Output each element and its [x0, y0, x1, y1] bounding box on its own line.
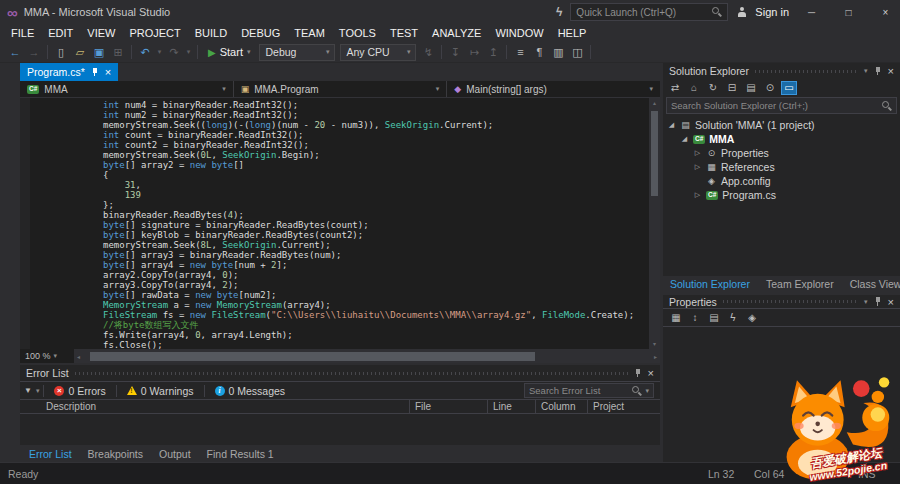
close-button[interactable]: × — [871, 0, 900, 24]
code-line[interactable]: { — [38, 170, 646, 180]
forward-icon[interactable]: → — [25, 46, 43, 58]
tab-breakpoints[interactable]: Breakpoints — [81, 448, 150, 460]
close-icon[interactable]: × — [648, 367, 654, 379]
menu-edit[interactable]: EDIT — [41, 27, 80, 39]
code-line[interactable]: byte[] rawData = new byte[num2]; — [38, 290, 646, 300]
scrollbar-thumb[interactable] — [90, 352, 535, 361]
properties-page-icon[interactable]: ▤ — [707, 312, 721, 323]
error-list-search-input[interactable]: Search Error List ▾ — [524, 383, 654, 398]
pin-icon[interactable] — [634, 369, 642, 378]
tab-program-cs[interactable]: Program.cs* × — [20, 63, 118, 81]
step-into-icon[interactable]: ↧ — [446, 46, 464, 59]
code-line[interactable]: byte[] signature = binaryReader.ReadByte… — [38, 220, 646, 230]
step-out-icon[interactable]: ↥ — [484, 46, 502, 59]
undo-icon[interactable]: ↶ — [136, 46, 154, 59]
menu-file[interactable]: FILE — [4, 27, 41, 39]
code-line[interactable]: byte[] array3 = binaryReader.ReadBytes(n… — [38, 250, 646, 260]
tab-error-list[interactable]: Error List — [22, 448, 79, 460]
bookmark-icon[interactable]: ▥ — [549, 46, 567, 59]
chevron-down-icon[interactable]: ▾ — [864, 298, 868, 306]
code-line[interactable]: int num2 = binaryReader.ReadInt32(); — [38, 110, 646, 120]
close-icon[interactable]: × — [888, 65, 894, 77]
code-line[interactable]: int num4 = binaryReader.ReadInt32(); — [38, 100, 646, 110]
expander-icon[interactable]: ◢ — [667, 121, 676, 129]
vertical-scrollbar[interactable]: ▴ ▾ — [649, 98, 660, 349]
tree-item-references[interactable]: ▷▦References — [663, 160, 900, 174]
step-over-icon[interactable]: ↦ — [465, 46, 483, 59]
column-header-column[interactable]: Column — [536, 400, 588, 413]
tab-solution-explorer[interactable]: Solution Explorer — [663, 278, 757, 290]
code-line[interactable]: array3.CopyTo(array4, 2); — [38, 280, 646, 290]
alphabetical-icon[interactable]: ↕ — [688, 312, 702, 323]
code-line[interactable]: memoryStream.Seek(8L, SeekOrigin.Current… — [38, 240, 646, 250]
solution-configurations-combo[interactable]: Debug▾ — [259, 44, 335, 61]
code-line[interactable]: 31, — [38, 180, 646, 190]
code-line[interactable]: byte[] array2 = new byte[] — [38, 160, 646, 170]
pin-icon[interactable] — [874, 67, 882, 76]
column-header-project[interactable]: Project — [588, 400, 660, 413]
code-line[interactable]: array2.CopyTo(array4, 0); — [38, 270, 646, 280]
tree-item-mma[interactable]: ◢C#MMA — [663, 132, 900, 146]
code-line[interactable]: }; — [38, 200, 646, 210]
scrollbar-thumb[interactable] — [651, 111, 658, 196]
refresh-icon[interactable]: ↻ — [705, 81, 721, 95]
find-in-files-icon[interactable]: ≡ — [511, 46, 529, 58]
errors-filter-button[interactable]: × 0 Errors — [48, 382, 111, 399]
scroll-right-icon[interactable]: ▸ — [654, 349, 657, 363]
breadcrumb-type[interactable]: ▣ MMA.Program ▾ — [234, 81, 448, 97]
menu-tools[interactable]: TOOLS — [332, 27, 383, 39]
breadcrumb-project[interactable]: C# MMA ▾ — [20, 81, 234, 97]
column-header-file[interactable]: File — [410, 400, 488, 413]
code-line[interactable]: 139 — [38, 190, 646, 200]
close-icon[interactable]: × — [888, 296, 894, 308]
save-all-icon[interactable]: ⊞ — [109, 46, 127, 59]
tab-close-icon[interactable]: × — [105, 66, 111, 78]
properties-grid[interactable] — [663, 327, 900, 462]
code-line[interactable]: //将byte数组写入文件 — [38, 320, 646, 330]
navigate-backward-icon[interactable]: ◫ — [568, 46, 586, 59]
code-line[interactable]: byte[] keyBlob = binaryReader.ReadBytes(… — [38, 230, 646, 240]
messages-filter-button[interactable]: i 0 Messages — [209, 382, 292, 399]
tree-item-properties[interactable]: ▷⊙Properties — [663, 146, 900, 160]
tree-item-solution-mma-1-project[interactable]: ◢▤Solution 'MMA' (1 project) — [663, 118, 900, 132]
sync-with-active-document-icon[interactable]: ⇄ — [667, 81, 683, 95]
code-line[interactable]: memoryStream.Seek(0L, SeekOrigin.Begin); — [38, 150, 646, 160]
breadcrumb-member[interactable]: ◆ Main(string[] args) ▾ — [447, 81, 660, 97]
categorized-icon[interactable]: ▦ — [669, 312, 683, 323]
quick-launch-input[interactable]: Quick Launch (Ctrl+Q) — [570, 3, 728, 21]
tab-find-results-1[interactable]: Find Results 1 — [200, 448, 281, 460]
expander-icon[interactable]: ◢ — [680, 135, 689, 143]
column-header-description[interactable]: Description — [20, 400, 410, 413]
home-icon[interactable]: ⌂ — [686, 81, 702, 95]
undo-dropdown-icon[interactable]: ▾ — [155, 48, 164, 56]
tree-item-program-cs[interactable]: ▷C#Program.cs — [663, 188, 900, 202]
menu-help[interactable]: HELP — [551, 27, 594, 39]
code-editor[interactable]: int num4 = binaryReader.ReadInt32(); int… — [20, 98, 660, 349]
sign-in-link[interactable]: Sign in — [755, 6, 789, 18]
warnings-filter-button[interactable]: 0 Warnings — [121, 382, 200, 399]
redo-icon[interactable]: ↷ — [165, 46, 183, 59]
filter-icon[interactable]: ▼ — [24, 386, 32, 395]
code-line[interactable]: fs.Write(array4, 0, array4.Length); — [38, 330, 646, 340]
start-debug-button[interactable]: ▶Start▾ — [202, 46, 256, 58]
chevron-down-icon[interactable]: ▾ — [864, 67, 868, 75]
horizontal-scrollbar[interactable]: ◂ ▸ — [74, 349, 660, 363]
tab-class-view[interactable]: Class View — [843, 278, 900, 290]
expander-icon[interactable]: ▷ — [693, 163, 702, 171]
pin-icon[interactable] — [91, 68, 99, 77]
attach-to-process-icon[interactable]: ↯ — [419, 46, 437, 59]
code-line[interactable]: int count2 = binaryReader.ReadInt32(); — [38, 140, 646, 150]
open-file-icon[interactable]: ▱ — [71, 46, 89, 59]
error-list-body[interactable] — [20, 414, 660, 445]
code-line[interactable]: byte[] array4 = new byte[num + 2]; — [38, 260, 646, 270]
tree-item-app-config[interactable]: ◈App.config — [663, 174, 900, 188]
expander-icon[interactable]: ▷ — [693, 191, 702, 199]
minimize-button[interactable]: ─ — [797, 0, 826, 24]
expander-icon[interactable]: ▷ — [693, 149, 702, 157]
code-line[interactable]: binaryReader.ReadBytes(4); — [38, 210, 646, 220]
column-header-line[interactable]: Line — [488, 400, 536, 413]
scroll-down-icon[interactable]: ▾ — [649, 339, 660, 349]
new-file-icon[interactable]: ▯ — [52, 46, 70, 59]
comment-icon[interactable]: ¶ — [530, 46, 548, 58]
back-icon[interactable]: ← — [6, 46, 24, 58]
